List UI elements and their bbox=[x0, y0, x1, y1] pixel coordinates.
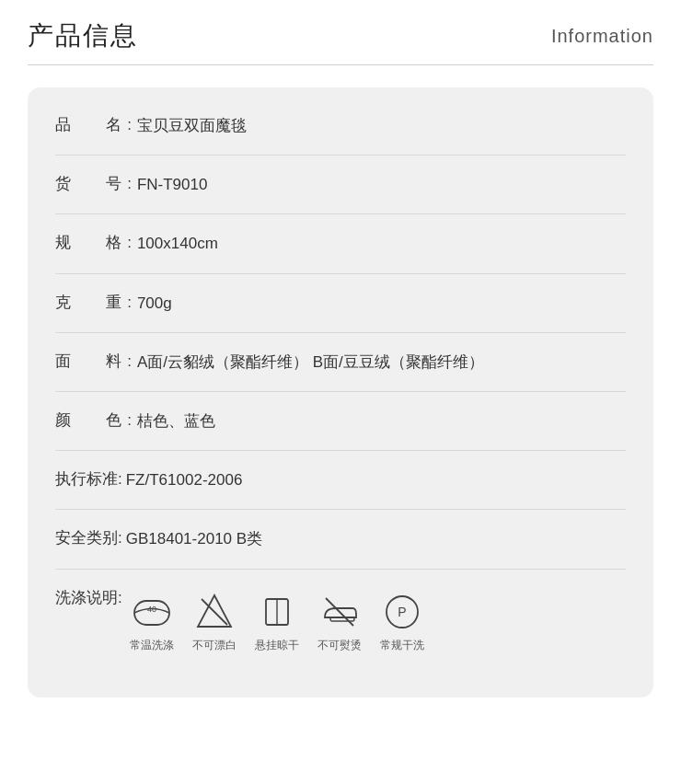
label-name: 品 名: bbox=[55, 113, 137, 135]
page-header: 产品信息 Information bbox=[28, 18, 653, 65]
page-title-zh: 产品信息 bbox=[28, 18, 138, 53]
label-color: 颜 色: bbox=[55, 409, 137, 431]
label-material: 面 料: bbox=[55, 350, 137, 372]
wash-label-normal: 常温洗涤 bbox=[130, 638, 174, 653]
row-safety: 安全类别: GB18401-2010 B类 bbox=[55, 510, 626, 569]
label-standard: 执行标准: bbox=[55, 467, 122, 490]
svg-rect-6 bbox=[330, 617, 354, 621]
value-item-no: FN-T9010 bbox=[137, 172, 208, 197]
no-iron-icon bbox=[319, 592, 360, 632]
row-standard: 执行标准: FZ/T61002-2006 bbox=[55, 451, 626, 510]
value-material: A面/云貂绒（聚酯纤维） B面/豆豆绒（聚酯纤维） bbox=[137, 350, 484, 375]
wash-icons-container: 40 常温洗涤 不可漂白 悬挂晾干 bbox=[130, 592, 424, 653]
label-safety: 安全类别: bbox=[55, 526, 122, 548]
row-wash: 洗涤说明: 40 常温洗涤 不可漂白 bbox=[55, 570, 626, 670]
value-safety: GB18401-2010 B类 bbox=[126, 526, 262, 551]
wash-label-hang: 悬挂晾干 bbox=[255, 638, 299, 653]
wash-icon-hang-dry: 悬挂晾干 bbox=[255, 592, 299, 653]
hang-dry-icon bbox=[257, 592, 297, 632]
svg-text:40: 40 bbox=[147, 605, 156, 614]
wash-icon-no-bleach: 不可漂白 bbox=[192, 592, 237, 653]
info-card: 品 名: 宝贝豆双面魔毯 货 号: FN-T9010 规 格: 100x140c… bbox=[28, 87, 653, 698]
page-title-en: Information bbox=[551, 26, 653, 47]
wash-icon-no-iron: 不可熨烫 bbox=[317, 592, 362, 653]
normal-wash-icon: 40 bbox=[132, 592, 172, 632]
label-item-no: 货 号: bbox=[55, 172, 137, 194]
wash-icon-dry-clean: P 常规干洗 bbox=[380, 592, 424, 653]
label-weight: 克 重: bbox=[55, 291, 137, 313]
value-color: 桔色、蓝色 bbox=[137, 409, 215, 433]
value-size: 100x140cm bbox=[137, 231, 218, 256]
no-bleach-icon bbox=[194, 592, 235, 632]
wash-icon-normal-wash: 40 常温洗涤 bbox=[130, 592, 174, 653]
row-material: 面 料: A面/云貂绒（聚酯纤维） B面/豆豆绒（聚酯纤维） bbox=[55, 333, 626, 392]
row-item-no: 货 号: FN-T9010 bbox=[55, 156, 626, 214]
wash-label-iron: 不可熨烫 bbox=[317, 638, 362, 653]
row-color: 颜 色: 桔色、蓝色 bbox=[55, 392, 626, 451]
value-name: 宝贝豆双面魔毯 bbox=[137, 113, 247, 138]
svg-text:P: P bbox=[398, 605, 406, 619]
row-weight: 克 重: 700g bbox=[55, 274, 626, 333]
wash-label-bleach: 不可漂白 bbox=[192, 638, 237, 653]
dry-clean-icon: P bbox=[382, 592, 422, 632]
row-size: 规 格: 100x140cm bbox=[55, 214, 626, 273]
value-standard: FZ/T61002-2006 bbox=[126, 467, 243, 492]
wash-label-dry: 常规干洗 bbox=[380, 638, 424, 653]
label-wash: 洗涤说明: bbox=[55, 586, 122, 608]
row-name: 品 名: 宝贝豆双面魔毯 bbox=[55, 97, 626, 156]
value-weight: 700g bbox=[137, 291, 172, 316]
label-size: 规 格: bbox=[55, 231, 137, 253]
